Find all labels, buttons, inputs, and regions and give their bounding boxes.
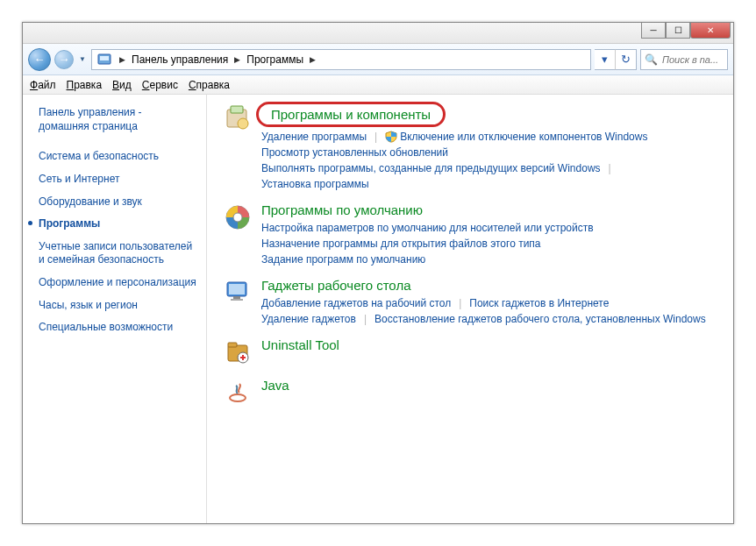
svg-rect-9	[233, 296, 240, 299]
section-title-uninstall-tool[interactable]: Uninstall Tool	[261, 337, 339, 352]
unknown-toggle[interactable]: ▾	[595, 49, 616, 70]
java-icon	[223, 378, 253, 408]
sidebar-home-link[interactable]: Панель управления - домашняя страница	[39, 105, 197, 133]
svg-rect-3	[231, 106, 243, 113]
address-bar: ← → ▼ ▶ Панель управления ▶ Программы ▶ …	[23, 44, 733, 75]
section-default-programs: Программы по умолчанию Настройка парамет…	[223, 202, 717, 267]
link-media-defaults[interactable]: Настройка параметров по умолчанию для но…	[261, 220, 594, 236]
link-add-gadgets[interactable]: Добавление гаджетов на рабочий стол	[261, 295, 451, 311]
link-uninstall-program[interactable]: Удаление программы	[261, 129, 367, 145]
breadcrumb-current[interactable]: Программы	[245, 53, 305, 66]
breadcrumb-root[interactable]: Панель управления	[130, 53, 230, 66]
link-separator: |	[364, 311, 367, 327]
minimize-button[interactable]: ─	[641, 23, 666, 39]
close-button[interactable]: ✕	[690, 23, 731, 39]
link-separator: |	[609, 160, 611, 176]
sidebar-item-hardware[interactable]: Оборудование и звук	[39, 191, 197, 214]
arrow-right-icon: →	[59, 53, 70, 66]
sidebar: Панель управления - домашняя страница Си…	[23, 95, 207, 523]
default-programs-icon	[223, 202, 253, 232]
sidebar-home-label: Панель управления -	[39, 106, 142, 118]
sidebar-home-label: домашняя страница	[39, 120, 138, 132]
breadcrumb-separator-icon: ▶	[115, 55, 130, 64]
window-body: Панель управления - домашняя страница Си…	[23, 95, 733, 523]
sidebar-item-programs[interactable]: Программы	[39, 213, 197, 236]
sidebar-item-appearance[interactable]: Оформление и персонализация	[39, 272, 197, 294]
section-uninstall-tool: Uninstall Tool	[223, 337, 717, 367]
explorer-window: ─ ☐ ✕ ← → ▼ ▶ Панель управления ▶ Програ…	[22, 22, 734, 524]
svg-rect-1	[100, 56, 109, 60]
titlebar: ─ ☐ ✕	[23, 23, 733, 44]
search-box[interactable]: 🔍	[640, 49, 728, 70]
menu-service[interactable]: Сервис	[142, 79, 178, 91]
svg-point-6	[233, 213, 242, 222]
breadcrumb-separator-icon: ▶	[305, 55, 320, 64]
link-separator: |	[374, 129, 377, 145]
link-run-older-programs[interactable]: Выполнять программы, созданные для преды…	[261, 160, 601, 176]
search-icon: 🔍	[645, 53, 658, 66]
sidebar-item-users[interactable]: Учетные записи пользователей и семейная …	[39, 236, 197, 272]
link-file-type-defaults[interactable]: Назначение программы для открытия файлов…	[261, 236, 541, 252]
breadcrumb-bar[interactable]: ▶ Панель управления ▶ Программы ▶	[91, 49, 591, 70]
svg-rect-8	[229, 284, 245, 294]
menu-help[interactable]: Справка	[189, 79, 230, 91]
svg-rect-10	[231, 299, 243, 301]
link-remove-gadgets[interactable]: Удаление гаджетов	[261, 311, 356, 327]
refresh-icon: ↻	[621, 53, 631, 66]
section-title-java[interactable]: Java	[261, 378, 289, 393]
search-input[interactable]	[660, 53, 724, 66]
link-find-gadgets-online[interactable]: Поиск гаджетов в Интернете	[469, 295, 609, 311]
section-title-default-programs[interactable]: Программы по умолчанию	[261, 202, 423, 217]
maximize-button[interactable]: ☐	[666, 23, 690, 39]
sidebar-item-ease[interactable]: Специальные возможности	[39, 316, 197, 339]
arrow-left-icon: ←	[34, 53, 46, 66]
section-title-gadgets[interactable]: Гаджеты рабочего стола	[261, 278, 410, 293]
menu-view[interactable]: Вид	[112, 79, 132, 91]
menu-edit[interactable]: Правка	[67, 79, 103, 91]
svg-point-14	[230, 394, 246, 401]
sidebar-item-clock[interactable]: Часы, язык и регион	[39, 294, 197, 317]
forward-button[interactable]: →	[54, 50, 74, 69]
link-restore-gadgets[interactable]: Восстановление гаджетов рабочего стола, …	[374, 311, 706, 327]
link-windows-features[interactable]: Включение или отключение компонентов Win…	[400, 129, 647, 145]
sidebar-item-network[interactable]: Сеть и Интернет	[39, 168, 197, 191]
control-panel-icon	[97, 53, 111, 67]
menubar: Файл Правка Вид Сервис Справка	[23, 75, 733, 95]
svg-point-4	[238, 118, 248, 129]
menu-file[interactable]: Файл	[30, 79, 56, 91]
section-desktop-gadgets: Гаджеты рабочего стола Добавление гаджет…	[223, 278, 717, 327]
desktop-gadgets-icon	[223, 278, 253, 308]
section-java: Java	[223, 378, 717, 408]
section-programs-components: Программы и компоненты Удаление программ…	[223, 103, 717, 192]
sidebar-item-system[interactable]: Система и безопасность	[39, 145, 197, 168]
link-set-default-programs[interactable]: Задание программ по умолчанию	[261, 252, 425, 267]
refresh-button[interactable]: ↻	[616, 49, 637, 70]
svg-rect-12	[228, 343, 237, 347]
content-area: Программы и компоненты Удаление программ…	[207, 95, 733, 523]
breadcrumb-separator-icon: ▶	[230, 55, 245, 64]
history-dropdown-icon[interactable]: ▼	[77, 55, 88, 63]
uninstall-tool-icon	[223, 337, 253, 367]
shield-icon	[385, 131, 397, 143]
programs-components-icon	[223, 103, 253, 133]
link-view-updates[interactable]: Просмотр установленных обновлений	[261, 145, 448, 160]
section-title-programs-components[interactable]: Программы и компоненты	[256, 102, 446, 127]
back-button[interactable]: ←	[28, 48, 51, 71]
link-separator: |	[459, 295, 461, 311]
link-install-program[interactable]: Установка программы	[261, 176, 369, 192]
